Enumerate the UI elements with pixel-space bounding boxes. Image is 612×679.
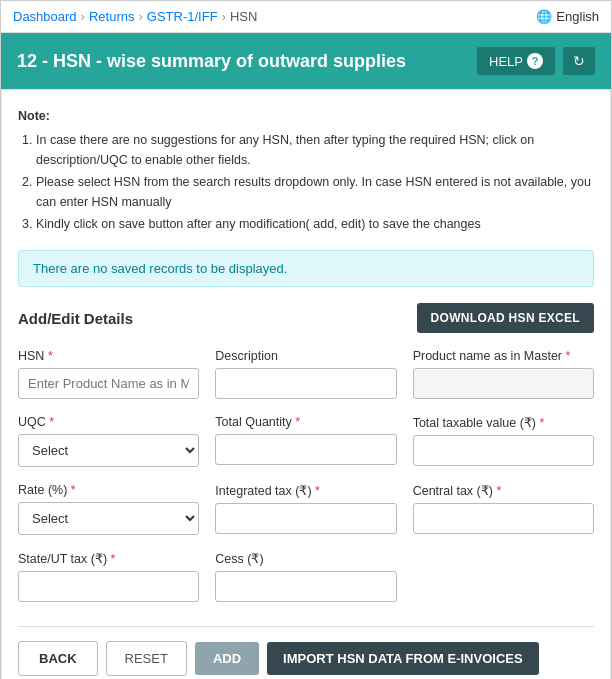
product-name-group: Product name as in Master * (413, 349, 594, 399)
section-header: Add/Edit Details DOWNLOAD HSN EXCEL (18, 303, 594, 333)
language-selector[interactable]: 🌐 English (536, 9, 599, 24)
description-group: Description (215, 349, 396, 399)
description-input[interactable] (215, 368, 396, 399)
product-name-label: Product name as in Master * (413, 349, 594, 363)
product-name-required: * (562, 349, 570, 363)
state-ut-tax-label: State/UT tax (₹) * (18, 551, 199, 566)
language-label: English (556, 9, 599, 24)
uqc-required: * (46, 415, 54, 429)
integrated-tax-label: Integrated tax (₹) * (215, 483, 396, 498)
page-title: 12 - HSN - wise summary of outward suppl… (17, 51, 406, 72)
breadcrumb-returns[interactable]: Returns (89, 9, 135, 24)
hsn-group: HSN * (18, 349, 199, 399)
button-row: BACK RESET ADD IMPORT HSN DATA FROM E-IN… (18, 626, 594, 676)
integrated-tax-required: * (312, 484, 320, 498)
hsn-label: HSN * (18, 349, 199, 363)
breadcrumb-dashboard[interactable]: Dashboard (13, 9, 77, 24)
total-taxable-value-label: Total taxable value (₹) * (413, 415, 594, 430)
product-name-input[interactable] (413, 368, 594, 399)
central-tax-input[interactable] (413, 503, 594, 534)
total-taxable-value-group: Total taxable value (₹) * (413, 415, 594, 467)
help-icon: ? (527, 53, 543, 69)
refresh-icon: ↻ (573, 53, 585, 69)
central-tax-required: * (493, 484, 501, 498)
uqc-group: UQC * Select (18, 415, 199, 467)
section-title: Add/Edit Details (18, 310, 133, 327)
header-actions: HELP ? ↻ (477, 47, 595, 75)
form-row-3: Rate (%) * Select Integrated tax (₹) * C… (18, 483, 594, 535)
page-header: 12 - HSN - wise summary of outward suppl… (1, 33, 611, 89)
state-ut-tax-input[interactable] (18, 571, 199, 602)
add-button[interactable]: ADD (195, 642, 259, 675)
central-tax-label: Central tax (₹) * (413, 483, 594, 498)
state-ut-tax-required: * (107, 552, 115, 566)
total-taxable-value-required: * (536, 416, 544, 430)
integrated-tax-group: Integrated tax (₹) * (215, 483, 396, 535)
note-item-1: In case there are no suggestions for any… (36, 130, 594, 170)
uqc-label: UQC * (18, 415, 199, 429)
note-list: In case there are no suggestions for any… (36, 130, 594, 234)
total-taxable-value-input[interactable] (413, 435, 594, 466)
breadcrumb-gstr[interactable]: GSTR-1/IFF (147, 9, 218, 24)
back-button[interactable]: BACK (18, 641, 98, 676)
total-quantity-group: Total Quantity * (215, 415, 396, 467)
globe-icon: 🌐 (536, 9, 552, 24)
import-button[interactable]: IMPORT HSN DATA FROM E-INVOICES (267, 642, 539, 675)
note-item-2: Please select HSN from the search result… (36, 172, 594, 212)
note-item-3: Kindly click on save button after any mo… (36, 214, 594, 234)
download-hsn-button[interactable]: DOWNLOAD HSN EXCEL (417, 303, 594, 333)
uqc-select[interactable]: Select (18, 434, 199, 467)
form-row-2: UQC * Select Total Quantity * Total taxa… (18, 415, 594, 467)
total-quantity-required: * (292, 415, 300, 429)
main-content: Note: In case there are no suggestions f… (1, 89, 611, 679)
breadcrumb-current: HSN (230, 9, 257, 24)
integrated-tax-input[interactable] (215, 503, 396, 534)
breadcrumb: Dashboard › Returns › GSTR-1/IFF › HSN (13, 9, 257, 24)
cess-label: Cess (₹) (215, 551, 396, 566)
central-tax-group: Central tax (₹) * (413, 483, 594, 535)
cess-group: Cess (₹) (215, 551, 396, 602)
help-label: HELP (489, 54, 523, 69)
total-quantity-label: Total Quantity * (215, 415, 396, 429)
total-quantity-input[interactable] (215, 434, 396, 465)
form-row-4: State/UT tax (₹) * Cess (₹) (18, 551, 594, 602)
cess-input[interactable] (215, 571, 396, 602)
rate-select[interactable]: Select (18, 502, 199, 535)
form-row-1: HSN * Description Product name as in Mas… (18, 349, 594, 399)
rate-label: Rate (%) * (18, 483, 199, 497)
note-box: Note: In case there are no suggestions f… (18, 106, 594, 234)
description-label: Description (215, 349, 396, 363)
note-title: Note: (18, 106, 594, 126)
reset-button[interactable]: RESET (106, 641, 187, 676)
rate-group: Rate (%) * Select (18, 483, 199, 535)
hsn-input[interactable] (18, 368, 199, 399)
help-button[interactable]: HELP ? (477, 47, 555, 75)
rate-required: * (67, 483, 75, 497)
info-message: There are no saved records to be display… (18, 250, 594, 287)
top-nav: Dashboard › Returns › GSTR-1/IFF › HSN 🌐… (1, 1, 611, 33)
state-ut-tax-group: State/UT tax (₹) * (18, 551, 199, 602)
refresh-button[interactable]: ↻ (563, 47, 595, 75)
hsn-required: * (44, 349, 52, 363)
